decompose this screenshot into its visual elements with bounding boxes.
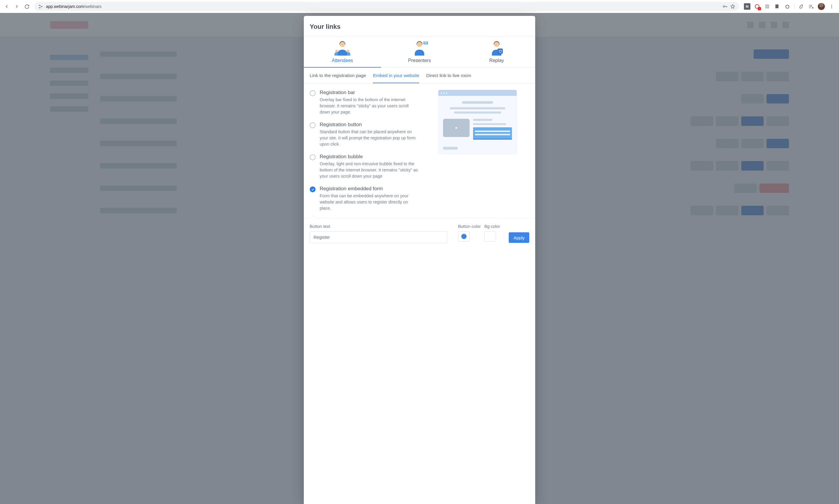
replay-icon xyxy=(488,40,505,56)
extension-icon[interactable]: ! xyxy=(754,3,760,10)
subtab-direct-live-room[interactable]: Direct link to live room xyxy=(426,73,471,83)
bg-color-swatch xyxy=(487,234,493,239)
button-color-label: Button color xyxy=(458,224,481,229)
leaf-extension-icon[interactable] xyxy=(798,3,804,10)
radio-icon xyxy=(310,186,315,192)
svg-point-8 xyxy=(831,6,832,7)
tab-presenters[interactable]: Presenters xyxy=(381,36,458,67)
button-text-label: Button text xyxy=(310,224,449,229)
bg-color-picker[interactable] xyxy=(484,231,496,242)
option-title: Registration embedded form xyxy=(320,186,418,192)
option-registration-embedded-form[interactable]: Registration embedded form Form that can… xyxy=(310,186,418,212)
subtab-embed-website[interactable]: Embed in your website xyxy=(373,73,419,83)
radio-icon xyxy=(310,90,315,96)
option-description: Form that can be embedded anywhere on yo… xyxy=(320,193,418,212)
bookmark-star-icon[interactable] xyxy=(730,4,735,9)
svg-text:</>: </> xyxy=(766,5,769,8)
your-links-modal: Your links Attendees Presenters xyxy=(304,16,535,504)
subtab-link-registration[interactable]: Link to the registration page xyxy=(310,73,366,83)
address-bar[interactable]: app.webinarjam.com/webinars xyxy=(34,2,739,11)
apply-button[interactable]: Apply xyxy=(509,232,529,243)
tab-replay-label: Replay xyxy=(489,58,504,63)
svg-point-3 xyxy=(723,5,724,7)
option-title: Registration bubble xyxy=(320,154,418,160)
option-registration-bar[interactable]: Registration bar Overlay bar fixed to th… xyxy=(310,90,418,115)
bookmark-extension-icon[interactable] xyxy=(774,3,781,10)
media-playlist-icon[interactable] xyxy=(808,3,814,10)
tab-presenters-label: Presenters xyxy=(408,58,431,63)
tab-replay[interactable]: Replay xyxy=(458,36,535,67)
attendees-icon xyxy=(334,40,351,56)
button-color-picker[interactable] xyxy=(458,231,470,242)
svg-rect-2 xyxy=(39,8,40,8)
option-title: Registration bar xyxy=(320,90,418,95)
option-registration-button[interactable]: Registration button Standard button that… xyxy=(310,122,418,147)
site-settings-icon[interactable] xyxy=(38,4,43,9)
password-key-icon[interactable] xyxy=(723,4,727,9)
option-title: Registration button xyxy=(320,122,418,128)
option-registration-bubble[interactable]: Registration bubble Overlay, light and n… xyxy=(310,154,418,179)
tab-attendees-label: Attendees xyxy=(332,58,353,63)
button-text-input[interactable] xyxy=(310,231,447,243)
url-display: app.webinarjam.com/webinars xyxy=(46,4,102,9)
radio-icon xyxy=(310,155,315,160)
bg-color-label: Bg color xyxy=(484,224,500,229)
option-description: Overlay bar fixed to the bottom of the i… xyxy=(320,97,418,115)
svg-point-7 xyxy=(831,5,832,5)
profile-avatar[interactable] xyxy=(818,3,825,10)
browser-reload-button[interactable] xyxy=(22,2,31,11)
browser-back-button[interactable] xyxy=(2,2,11,11)
tab-attendees[interactable]: Attendees xyxy=(304,36,381,67)
svg-rect-1 xyxy=(41,6,42,7)
gmail-extension-icon[interactable]: M xyxy=(744,3,750,10)
modal-title: Your links xyxy=(304,16,535,36)
embed-preview xyxy=(426,90,529,212)
presenters-icon xyxy=(411,40,428,56)
svg-point-9 xyxy=(831,7,832,8)
svg-rect-0 xyxy=(39,5,40,5)
radio-icon xyxy=(310,122,315,128)
extensions-puzzle-icon[interactable] xyxy=(784,3,790,10)
button-color-swatch xyxy=(461,234,467,239)
browser-forward-button[interactable] xyxy=(12,2,21,11)
option-description: Standard button that can be placed anywh… xyxy=(320,129,418,147)
option-description: Overlay, light and non-intrusive bubble … xyxy=(320,161,418,179)
devtools-extension-icon[interactable]: </> xyxy=(764,3,770,10)
browser-menu-icon[interactable] xyxy=(828,3,835,10)
